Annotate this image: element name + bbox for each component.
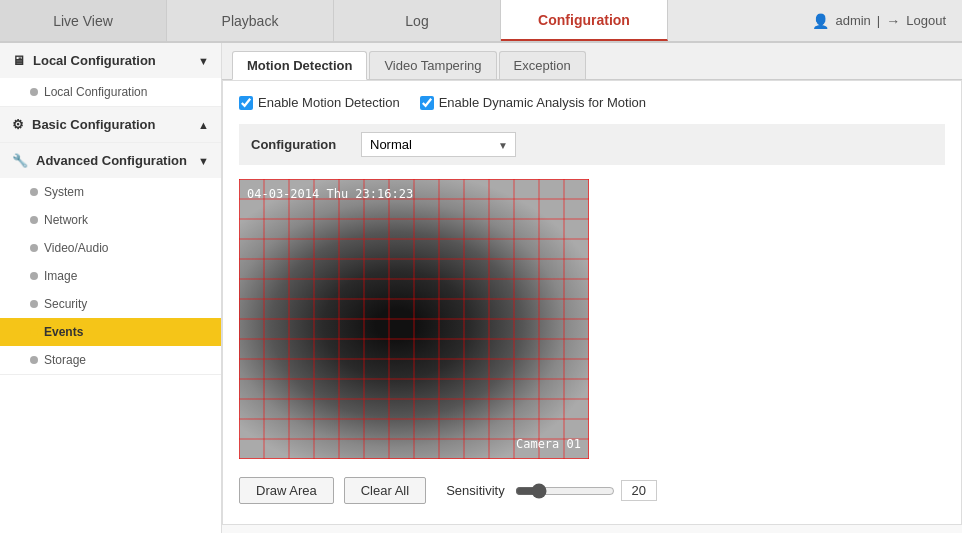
form-area: Enable Motion Detection Enable Dynamic A… — [222, 80, 962, 525]
enable-dynamic-checkbox-label[interactable]: Enable Dynamic Analysis for Motion — [420, 95, 646, 110]
wrench-icon: 🔧 — [12, 153, 28, 168]
sidebar-local-label: Local Configuration — [33, 53, 156, 68]
sidebar-item-storage[interactable]: Storage — [0, 346, 221, 374]
chevron-up-icon: ▲ — [198, 119, 209, 131]
sidebar: 🖥 Local Configuration ▼ Local Configurat… — [0, 43, 222, 533]
sidebar-section-basic: ⚙ Basic Configuration ▲ — [0, 107, 221, 143]
sidebar-item-label: System — [44, 185, 84, 199]
enable-motion-checkbox[interactable] — [239, 96, 253, 110]
subtab-motion-detection[interactable]: Motion Detection — [232, 51, 367, 80]
camera-timestamp: 04-03-2014 Thu 23:16:23 — [247, 187, 413, 201]
main-layout: 🖥 Local Configuration ▼ Local Configurat… — [0, 43, 962, 533]
nav-tab-playback[interactable]: Playback — [167, 0, 334, 41]
camera-label: Camera 01 — [516, 437, 581, 451]
camera-view: 04-03-2014 Thu 23:16:23 Camera 01 — [239, 179, 589, 459]
dot-icon — [30, 272, 38, 280]
sidebar-header-local[interactable]: 🖥 Local Configuration ▼ — [0, 43, 221, 78]
bottom-controls: Draw Area Clear All Sensitivity 20 — [239, 471, 945, 510]
sidebar-item-label: Storage — [44, 353, 86, 367]
monitor-icon: 🖥 — [12, 53, 25, 68]
nav-tab-configuration[interactable]: Configuration — [501, 0, 668, 41]
enable-dynamic-checkbox[interactable] — [420, 96, 434, 110]
motion-grid-overlay[interactable] — [239, 179, 589, 459]
chevron-down-icon-adv: ▼ — [198, 155, 209, 167]
clear-all-button[interactable]: Clear All — [344, 477, 426, 504]
config-select-wrapper: Normal Expert — [361, 132, 516, 157]
sidebar-item-system[interactable]: System — [0, 178, 221, 206]
sidebar-item-events[interactable]: Events — [0, 318, 221, 346]
sidebar-item-video-audio[interactable]: Video/Audio — [0, 234, 221, 262]
sidebar-section-advanced: 🔧 Advanced Configuration ▼ System Networ… — [0, 143, 221, 375]
username-label: admin — [835, 13, 870, 28]
sidebar-item-network[interactable]: Network — [0, 206, 221, 234]
sidebar-item-label: Image — [44, 269, 77, 283]
gear-icon: ⚙ — [12, 117, 24, 132]
subtab-video-tampering[interactable]: Video Tampering — [369, 51, 496, 79]
user-icon — [812, 13, 829, 29]
enable-dynamic-label: Enable Dynamic Analysis for Motion — [439, 95, 646, 110]
sidebar-section-local: 🖥 Local Configuration ▼ Local Configurat… — [0, 43, 221, 107]
sensitivity-value: 20 — [621, 480, 657, 501]
nav-tab-live-view[interactable]: Live View — [0, 0, 167, 41]
sidebar-item-label: Security — [44, 297, 87, 311]
subtab-exception[interactable]: Exception — [499, 51, 586, 79]
checkbox-row: Enable Motion Detection Enable Dynamic A… — [239, 95, 945, 110]
draw-area-button[interactable]: Draw Area — [239, 477, 334, 504]
divider: | — [877, 13, 880, 28]
config-select[interactable]: Normal Expert — [361, 132, 516, 157]
config-row: Configuration Normal Expert — [239, 124, 945, 165]
dot-icon — [30, 356, 38, 364]
logout-icon — [886, 13, 900, 29]
dot-icon — [30, 88, 38, 96]
dot-icon — [30, 216, 38, 224]
nav-tab-log[interactable]: Log — [334, 0, 501, 41]
sidebar-item-image[interactable]: Image — [0, 262, 221, 290]
sensitivity-label: Sensitivity — [446, 483, 505, 498]
sidebar-item-label: Video/Audio — [44, 241, 109, 255]
content-area: Motion Detection Video Tampering Excepti… — [222, 43, 962, 533]
sensitivity-slider-wrapper: 20 — [515, 480, 657, 501]
dot-icon — [30, 300, 38, 308]
sub-tabs-bar: Motion Detection Video Tampering Excepti… — [222, 43, 962, 80]
dot-icon — [30, 188, 38, 196]
config-label: Configuration — [251, 137, 351, 152]
sidebar-header-advanced[interactable]: 🔧 Advanced Configuration ▼ — [0, 143, 221, 178]
enable-motion-checkbox-label[interactable]: Enable Motion Detection — [239, 95, 400, 110]
sidebar-item-security[interactable]: Security — [0, 290, 221, 318]
sidebar-item-local-config[interactable]: Local Configuration — [0, 78, 221, 106]
chevron-down-icon: ▼ — [198, 55, 209, 67]
dot-icon — [30, 244, 38, 252]
logout-button[interactable]: Logout — [906, 13, 946, 28]
sidebar-basic-label: Basic Configuration — [32, 117, 156, 132]
sidebar-header-basic[interactable]: ⚙ Basic Configuration ▲ — [0, 107, 221, 142]
sidebar-advanced-label: Advanced Configuration — [36, 153, 187, 168]
sidebar-item-label: Local Configuration — [44, 85, 147, 99]
dot-active-icon — [30, 328, 38, 336]
top-navigation: Live View Playback Log Configuration adm… — [0, 0, 962, 43]
sidebar-item-label: Network — [44, 213, 88, 227]
sensitivity-slider[interactable] — [515, 483, 615, 499]
sidebar-item-label: Events — [44, 325, 83, 339]
enable-motion-label: Enable Motion Detection — [258, 95, 400, 110]
nav-user-area: admin | Logout — [796, 0, 962, 41]
